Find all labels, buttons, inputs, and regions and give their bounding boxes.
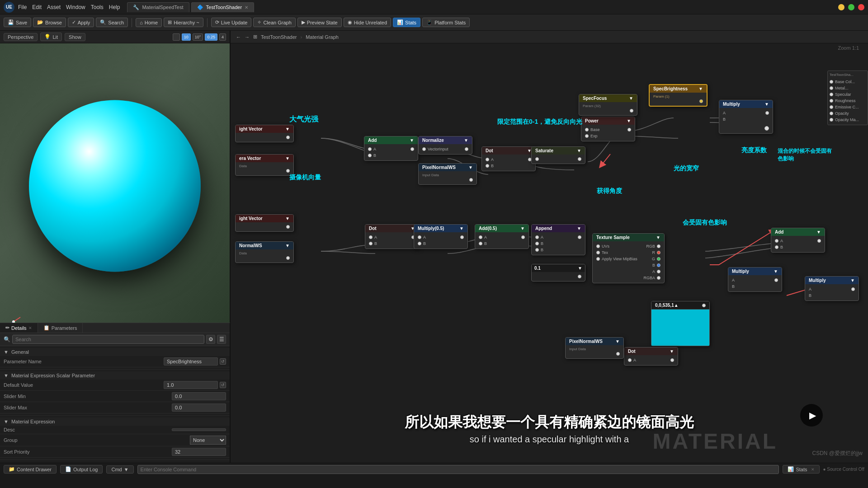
viewport-toolbar: Perspective 💡Lit Show 10 10° 0.25 4 [0,31,230,43]
show-button[interactable]: Show [65,33,85,41]
expand-icon[interactable]: ⊞ [253,34,257,40]
menu-file[interactable]: File [18,4,27,10]
scalar-section-header[interactable]: ▼ Material Expression Scalar Parameter [0,371,230,380]
node-camera-vector[interactable]: era Vector ▼ Data [235,154,294,176]
node-light-vector-2[interactable]: ight Vector ▼ [235,214,294,232]
save-button[interactable]: 💾Save [4,18,31,27]
home-button[interactable]: ⌂Home [136,18,162,27]
node-dot-3[interactable]: Dot ▼ A [624,347,678,366]
apply-button[interactable]: ✓Apply [68,18,94,27]
node-spec-brightness[interactable]: SpecBrightness ▼ Param (1) [649,84,708,107]
slider-min-row: Slider Min 0.0 [0,391,230,402]
stats-button[interactable]: 📊Stats [393,18,420,27]
viewport-canvas[interactable] [0,43,230,323]
node-pixel-normal-3[interactable]: PixelNormalWS ▼ Input Data [565,337,624,359]
maximize-button[interactable]: □ [848,4,854,10]
node-append[interactable]: Append ▼ A B B [531,224,585,255]
material-expr-header[interactable]: ▼ Material Expression [0,418,230,426]
clean-graph-button[interactable]: ✧Clean Graph [253,18,295,27]
viewport[interactable]: Perspective 💡Lit Show 10 10° 0.25 4 [0,31,231,323]
node-saturate[interactable]: Saturate ▼ [531,146,585,164]
details-search-bar: 🔍 ⚙ ☰ [0,333,230,346]
default-value-row: Default Value 1.0 ↺ [0,380,230,391]
filter-icon[interactable]: ☰ [217,335,226,344]
group-select[interactable]: None [190,436,226,445]
graph-area[interactable]: ← → ⊞ TestToonShader › Material Graph Zo… [231,31,868,463]
tab-test-toon-shader[interactable]: 🔷 TestToonShader ✕ [191,2,255,12]
node-light-vector-1[interactable]: ight Vector ▼ [235,125,294,142]
view-4[interactable]: 4 [219,33,226,41]
hide-unrelated-button[interactable]: ◉Hide Unrelated [344,18,391,27]
annotation-light-width: 光的宽窄 [674,164,699,173]
console-input[interactable] [137,465,779,474]
toon-shader-output: TestToonSha... Base Col... Metal... Spec… [827,70,868,125]
node-pixel-normal-2[interactable]: NormalWS ▼ Data [235,241,294,263]
title-bar: UE File Edit Asset Window Tools Help 🔧 M… [0,0,868,14]
tab-close[interactable]: ✕ [245,5,248,10]
platform-stats-button[interactable]: 📱Platform Stats [422,18,470,27]
details-tab-close[interactable]: ✕ [28,326,32,330]
node-spec-focus[interactable]: SpecFocus ▼ Param (32) [579,94,637,116]
content-drawer-button[interactable]: 📁 Content Drawer [4,465,57,474]
toon-row-metal: Metal... [830,85,866,91]
output-log-button[interactable]: 📄 Output Log [60,465,103,474]
node-value-01[interactable]: 0.1 ▼ [531,264,585,282]
general-section-header[interactable]: ▼ General [0,348,230,356]
menu-window[interactable]: Window [66,4,85,10]
material-expr-section: ▼ Material Expression Desc Group None So… [0,416,230,460]
node-multiply-05[interactable]: Multiply(0.5) ▼ A B [414,224,468,249]
annotation-big-atm: 大气光强 [289,115,318,124]
play-button-overlay[interactable]: ▶ [800,404,823,427]
lit-button[interactable]: 💡Lit [40,33,62,41]
annotation-camera-dir: 摄像机向量 [289,174,321,182]
search-button[interactable]: 🔍Search [96,18,128,27]
hierarchy-button[interactable]: ⊞Hierarchy ~ [164,18,203,27]
menu-asset[interactable]: Asset [47,4,61,10]
annotation-fixed-color: 会受固有色影响 [683,219,727,227]
tab-material-speed-test[interactable]: 🔧 MaterialSpeedTest [127,2,189,12]
browse-button[interactable]: 📂Browse [33,18,66,27]
node-multiply-1[interactable]: Multiply ▼ A B [719,100,773,134]
node-multiply-lower[interactable]: Multiply ▼ A B [728,267,782,292]
tab-details[interactable]: ✏ Details ✕ [0,323,38,333]
scale-025[interactable]: 0.25 [205,33,217,41]
menu-edit[interactable]: Edit [32,4,42,10]
node-dot-2[interactable]: Dot ▼ A B [365,224,419,249]
nav-back[interactable]: ← [236,34,241,40]
toon-row-emissive: Emissive C... [830,104,866,110]
grid-size-10[interactable]: 10 [182,33,191,41]
node-pixel-normal-1[interactable]: PixelNormalWS ▼ Input Data [418,163,477,185]
minimize-button[interactable]: ─ [838,4,844,10]
close-button[interactable]: ✕ [858,4,864,10]
live-update-button[interactable]: ⟳Live Update [211,18,252,27]
nav-forward[interactable]: → [245,34,250,40]
transform-icon[interactable] [173,33,180,41]
node-dot-1[interactable]: Dot ▼ A B [481,146,536,171]
toon-row-specular: Specular [830,91,866,98]
node-add-1[interactable]: Add ▼ A B [364,136,418,161]
menu-tools[interactable]: Tools [91,4,104,10]
preview-state-button[interactable]: ▶Preview State [297,18,342,27]
node-color-block[interactable]: 0,0,535,1 ▲ [651,301,710,346]
preview-sphere [29,100,201,272]
stats-tab-button[interactable]: 📊 Stats ✕ [783,465,819,474]
cmd-button[interactable]: Cmd ▼ [106,465,133,474]
details-search-input[interactable] [12,335,204,344]
node-multiply-far-right[interactable]: Multiply ▼ A B [805,276,859,301]
annotation-no-fixed-color: 混合的时候不会受固有 色影响 [778,147,832,163]
menu-bar: File Edit Asset Window Tools Help [18,4,120,10]
reset-default-value[interactable]: ↺ [220,382,226,388]
zoom-indicator: Zoom 1:1 [838,45,859,51]
perspective-button[interactable]: Perspective [4,33,38,41]
settings-icon[interactable]: ⚙ [206,335,215,344]
node-normalize[interactable]: Normalize ▼ VectorInput [418,136,472,155]
node-add-05[interactable]: Add(0.5) ▼ A B [475,224,529,249]
node-texture-sample[interactable]: Texture Sample ▼ UVsRGB TexR Apply View … [592,233,665,283]
graph-canvas[interactable]: Zoom 1:1 [231,43,868,463]
node-add-right[interactable]: Add ▼ A B [771,228,825,253]
reset-param-name[interactable]: ↺ [220,358,226,365]
angle-10[interactable]: 10° [193,33,203,41]
menu-help[interactable]: Help [109,4,120,10]
node-power[interactable]: Power ▼ Base Exp [581,117,635,141]
tab-parameters[interactable]: 📋 Parameters [38,323,83,333]
